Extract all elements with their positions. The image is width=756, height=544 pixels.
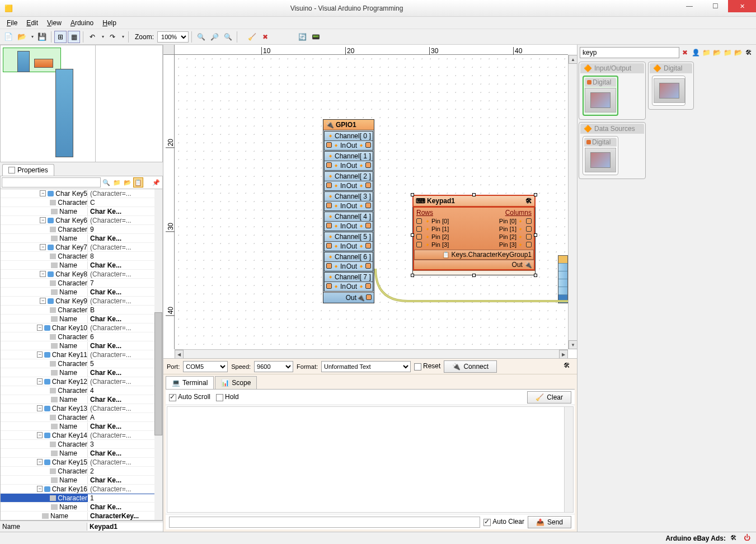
palette-item-digital-1[interactable]: Digital bbox=[583, 76, 618, 116]
port-select[interactable]: COM5 bbox=[183, 361, 228, 372]
property-row[interactable]: NameChar Ke... bbox=[1, 395, 162, 404]
property-row[interactable]: −Char Key12(Character=... bbox=[1, 377, 162, 386]
property-row[interactable]: NameChar Ke... bbox=[1, 422, 162, 431]
keypad-row-pin[interactable]: 🔸Pin [3] bbox=[416, 241, 472, 248]
property-row[interactable]: NameChar Ke... bbox=[1, 341, 162, 350]
property-row[interactable]: Character6 bbox=[1, 332, 162, 341]
zoom-fit-button[interactable]: 🔍 bbox=[195, 31, 207, 43]
gpio-channel[interactable]: 🔸Channel[ 0 ]🔸InOut🔸 bbox=[324, 131, 373, 151]
property-row[interactable]: Character1 bbox=[1, 494, 162, 503]
property-row[interactable]: −Char Key5(Character=... bbox=[1, 189, 162, 198]
gpio-channel[interactable]: 🔸Channel[ 5 ]🔸InOut🔸 bbox=[324, 232, 373, 251]
upload-button[interactable]: 🔄 bbox=[296, 31, 308, 43]
palette-item-digital-3[interactable]: Digital bbox=[583, 136, 618, 175]
properties-grid[interactable]: −Char Key5(Character=...CharacterCNameCh… bbox=[0, 189, 163, 520]
property-row[interactable]: Character4 bbox=[1, 386, 162, 395]
property-row[interactable]: Character3 bbox=[1, 440, 162, 449]
gpio-channel[interactable]: 🔸Channel[ 1 ]🔸InOut🔸 bbox=[324, 151, 373, 171]
zoom-in-button[interactable]: 🔎 bbox=[208, 31, 220, 43]
keypad-row-pin[interactable]: 🔸Pin [0] bbox=[416, 217, 472, 225]
clear-button[interactable]: 🧹Clear bbox=[527, 391, 571, 404]
prop-cat-btn[interactable]: 📋 bbox=[133, 177, 143, 187]
properties-tab[interactable]: Properties bbox=[2, 164, 54, 176]
zoom-select[interactable]: 100% bbox=[157, 31, 189, 43]
terminal-scroll[interactable] bbox=[564, 407, 573, 512]
undo-dropdown[interactable] bbox=[100, 31, 105, 43]
gpio-channel[interactable]: 🔸Channel[ 7 ]🔸InOut🔸 bbox=[324, 272, 373, 292]
statusbar-config[interactable] bbox=[730, 534, 739, 543]
property-row[interactable]: Character7 bbox=[1, 279, 162, 288]
menu-edit[interactable]: Edit bbox=[22, 18, 43, 28]
property-row[interactable]: −Char Key9(Character=... bbox=[1, 297, 162, 306]
autoclear-checkbox[interactable]: Auto Clear bbox=[483, 518, 524, 526]
arduino-button[interactable]: 📟 bbox=[309, 31, 322, 43]
delete-button[interactable]: 🧹 bbox=[246, 31, 258, 43]
tab-scope[interactable]: 📊Scope bbox=[215, 376, 257, 389]
palette-filter-btn[interactable]: 👤 bbox=[691, 48, 701, 58]
grid-show-button[interactable]: ▦ bbox=[68, 31, 80, 43]
canvas-scroll-h[interactable]: ◀▶ bbox=[175, 349, 568, 358]
gpio-channel[interactable]: 🔸Channel[ 2 ]🔸InOut🔸 bbox=[324, 171, 373, 191]
canvas-scroll-v[interactable]: ▲▼ bbox=[568, 55, 577, 349]
gpio-channel[interactable]: 🔸Channel[ 4 ]🔸InOut🔸 bbox=[324, 212, 373, 231]
menu-file[interactable]: File bbox=[2, 18, 22, 28]
keypad-col-pin[interactable]: Pin [1]🔸 bbox=[476, 225, 532, 233]
statusbar-power[interactable] bbox=[744, 534, 753, 543]
palette-btn6[interactable]: 📂 bbox=[733, 48, 743, 58]
property-row[interactable]: NameChar Ke... bbox=[1, 503, 162, 512]
component-gpio1[interactable]: 🔌 GPIO1 🔸Channel[ 0 ]🔸InOut🔸🔸Channel[ 1 … bbox=[323, 119, 374, 303]
property-row[interactable]: −Char Key6(Character=... bbox=[1, 216, 162, 225]
property-row[interactable]: Character8 bbox=[1, 252, 162, 261]
property-row[interactable]: NameChar Ke... bbox=[1, 315, 162, 323]
keypad-row-pin[interactable]: 🔸Pin [2] bbox=[416, 233, 472, 241]
keypad-col-pin[interactable]: Pin [2]🔸 bbox=[476, 233, 532, 241]
property-row[interactable]: CharacterB bbox=[1, 306, 162, 315]
zoom-out-button[interactable]: 🔍 bbox=[222, 31, 234, 43]
palette-search[interactable] bbox=[580, 47, 679, 58]
send-button[interactable]: 📤Send bbox=[528, 516, 571, 528]
delete-all-button[interactable] bbox=[259, 31, 271, 43]
property-row[interactable]: NameChar Ke... bbox=[1, 449, 162, 458]
save-button[interactable] bbox=[36, 31, 48, 43]
property-row[interactable]: NameChar Ke... bbox=[1, 476, 162, 485]
property-row[interactable]: Character5 bbox=[1, 359, 162, 368]
property-row[interactable]: −Char Key10(Character=... bbox=[1, 323, 162, 332]
keypad-row-pin[interactable]: 🔸Pin [1] bbox=[416, 225, 472, 233]
palette-clear-search[interactable] bbox=[680, 48, 690, 58]
properties-search[interactable] bbox=[2, 177, 101, 187]
palette-btn5[interactable]: 📁 bbox=[722, 48, 732, 58]
palette-btn4[interactable]: 📂 bbox=[712, 48, 722, 58]
redo-dropdown[interactable] bbox=[120, 31, 125, 43]
property-row[interactable]: NameChar Ke... bbox=[1, 261, 162, 270]
property-row[interactable]: NameChar Ke... bbox=[1, 288, 162, 297]
keypad-col-pin[interactable]: Pin [0]🔸 bbox=[476, 217, 532, 225]
hold-checkbox[interactable]: Hold bbox=[216, 393, 239, 401]
grid-snap-button[interactable]: ⊞ bbox=[54, 31, 67, 43]
new-button[interactable] bbox=[2, 31, 15, 43]
terminal-output[interactable] bbox=[167, 406, 574, 513]
minimize-button[interactable] bbox=[677, 0, 702, 12]
prop-collapse-btn[interactable]: 📂 bbox=[123, 177, 133, 187]
property-row[interactable]: −Char Key15(Character=... bbox=[1, 458, 162, 467]
property-row[interactable]: CharacterA bbox=[1, 413, 162, 422]
menu-help[interactable]: Help bbox=[98, 18, 121, 28]
open-button[interactable] bbox=[16, 31, 28, 43]
tab-terminal[interactable]: 💻Terminal bbox=[166, 376, 214, 389]
component-keypad1[interactable]: ⌨ Keypad1 🛠 Rows 🔸Pin [0]🔸Pin [1]🔸Pin [2… bbox=[412, 195, 536, 275]
undo-button[interactable] bbox=[86, 31, 98, 43]
design-canvas[interactable]: 🔌 GPIO1 🔸Channel[ 0 ]🔸InOut🔸🔸Channel[ 1 … bbox=[175, 55, 568, 349]
property-row[interactable]: −Char Key16(Character=... bbox=[1, 485, 162, 494]
connect-button[interactable]: 🔌Connect bbox=[444, 360, 497, 373]
reset-checkbox[interactable]: Reset bbox=[414, 362, 440, 371]
format-select[interactable]: Unformatted Text bbox=[321, 361, 411, 372]
palette-item-digital-2[interactable] bbox=[652, 76, 685, 106]
redo-button[interactable] bbox=[106, 31, 119, 43]
property-row[interactable]: Character2 bbox=[1, 467, 162, 476]
terminal-input[interactable] bbox=[169, 517, 480, 528]
property-row[interactable]: NameChar Ke... bbox=[1, 207, 162, 216]
property-row[interactable]: −Char Key8(Character=... bbox=[1, 270, 162, 279]
overview-panel[interactable] bbox=[0, 45, 163, 162]
keypad-gear-icon[interactable]: 🛠 bbox=[525, 197, 532, 205]
prop-search-btn[interactable]: 🔍 bbox=[101, 177, 111, 187]
menu-arduino[interactable]: Arduino bbox=[66, 18, 98, 28]
